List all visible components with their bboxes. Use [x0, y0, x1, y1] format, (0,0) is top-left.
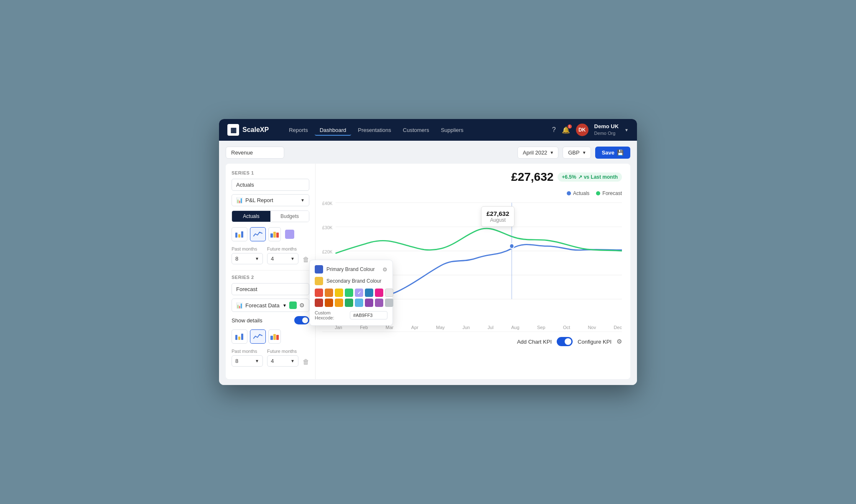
secondary-brand-label: Secondary Brand Colour	[326, 278, 381, 284]
color-dark-green[interactable]	[345, 299, 353, 307]
color-yellow[interactable]	[335, 289, 343, 297]
future-months-group: Future months 4 ▼	[267, 246, 298, 264]
color-grid	[315, 289, 387, 307]
series1-color-swatch[interactable]	[285, 230, 294, 239]
area-chart-button-s2[interactable]	[268, 329, 281, 344]
legend-actuals: Actuals	[567, 190, 589, 196]
kpi-row: £27,632 +6.5% ↗ vs Last month	[322, 170, 622, 184]
nav-customers[interactable]: Customers	[398, 124, 434, 136]
color-red[interactable]	[315, 289, 323, 297]
line-chart-button[interactable]	[250, 227, 266, 241]
add-kpi-toggle[interactable]	[557, 337, 573, 346]
past-months-group-s2: Past months 8 ▼	[232, 349, 263, 367]
save-button[interactable]: Save 💾	[595, 147, 630, 159]
secondary-brand-swatch	[315, 277, 323, 285]
chart-icon: 📊	[236, 302, 243, 309]
x-label-sep: Sep	[537, 325, 545, 330]
color-dark-orange[interactable]	[325, 299, 333, 307]
future-months-select-s2[interactable]: 4 ▼	[267, 355, 298, 367]
body-layout: Series 1 📊 P&L Report ▼ Actuals Budgets	[226, 164, 630, 379]
past-months-label-s2: Past months	[232, 349, 263, 354]
title-input[interactable]	[226, 147, 284, 159]
hex-row: Custom Hexcode:	[315, 310, 387, 320]
line-chart-icon	[253, 231, 262, 237]
configure-kpi-label: Configure KPI	[578, 339, 611, 345]
show-details-toggle[interactable]	[294, 316, 309, 324]
future-months-select[interactable]: 4 ▼	[267, 253, 298, 264]
notifications-button[interactable]: 🔔 1	[562, 126, 570, 134]
legend-dot-forecast	[596, 191, 600, 195]
past-months-value-s2: 8	[235, 358, 238, 364]
future-months-value-s2: 4	[271, 358, 274, 364]
nav-dashboard[interactable]: Dashboard	[315, 124, 352, 136]
past-months-value: 8	[235, 256, 238, 262]
series2-report-label: Forecast Data	[245, 302, 280, 309]
past-months-select[interactable]: 8 ▼	[232, 253, 263, 264]
color-orange[interactable]	[325, 289, 333, 297]
past-months-select-s2[interactable]: 8 ▼	[232, 355, 263, 367]
series2-report-select[interactable]: 📊 Forecast Data ▼ ⚙	[232, 299, 309, 312]
series1-delete-button[interactable]: 🗑	[303, 256, 309, 264]
area-chart-button[interactable]	[268, 227, 281, 241]
actuals-button[interactable]: Actuals	[232, 211, 270, 222]
past-months-group: Past months 8 ▼	[232, 246, 263, 264]
series2-name-input[interactable]	[232, 283, 309, 295]
kpi-badge: +6.5% ↗ vs Last month	[558, 172, 622, 182]
svg-rect-7	[238, 337, 240, 340]
svg-rect-3	[270, 233, 273, 238]
chart-type-row	[232, 227, 309, 241]
series2-label: Series 2	[232, 275, 309, 280]
help-icon[interactable]: ?	[552, 126, 556, 134]
chevron-down-icon[interactable]: ▼	[624, 128, 629, 132]
color-amber[interactable]	[335, 299, 343, 307]
configure-kpi-gear-icon[interactable]: ⚙	[617, 338, 622, 345]
series2-color-swatch[interactable]	[289, 301, 297, 309]
bar-chart-button-s2[interactable]	[232, 329, 247, 344]
primary-brand-option[interactable]: Primary Brand Colour ⚙	[315, 265, 387, 274]
settings-icon[interactable]: ⚙	[382, 266, 387, 273]
color-silver[interactable]	[385, 299, 393, 307]
budgets-button[interactable]: Budgets	[270, 211, 309, 222]
bar-chart-button[interactable]	[232, 227, 247, 241]
nav-suppliers[interactable]: Suppliers	[436, 124, 469, 136]
series1-report-select[interactable]: 📊 P&L Report ▼	[232, 194, 309, 206]
series2-delete-button[interactable]: 🗑	[303, 358, 309, 367]
future-months-value: 4	[271, 256, 274, 262]
color-dark-red[interactable]	[315, 299, 323, 307]
currency-selector[interactable]: GBP ▼	[563, 147, 591, 159]
primary-brand-swatch	[315, 265, 323, 274]
user-info: Demo UK Demo Org	[594, 123, 619, 136]
x-label-may: May	[436, 325, 445, 330]
save-label: Save	[602, 149, 614, 156]
date-label: April 2022	[523, 149, 548, 156]
x-label-apr: Apr	[411, 325, 418, 330]
svg-rect-10	[273, 334, 276, 340]
x-label-jul: Jul	[488, 325, 494, 330]
hex-input[interactable]	[350, 311, 387, 319]
date-selector[interactable]: April 2022 ▼	[517, 147, 558, 159]
future-months-group-s2: Future months 4 ▼	[267, 349, 298, 367]
color-violet[interactable]	[375, 299, 383, 307]
past-months-label: Past months	[232, 246, 263, 251]
color-pink[interactable]	[375, 289, 383, 297]
svg-text:£30K: £30K	[322, 225, 333, 230]
nav-reports[interactable]: Reports	[284, 124, 313, 136]
chart-legend: Actuals Forecast	[322, 190, 622, 196]
chevron-down-icon: ▼	[550, 150, 554, 155]
secondary-brand-option[interactable]: Secondary Brand Colour	[315, 277, 387, 285]
series1-report-label: P&L Report	[245, 197, 273, 203]
color-blue[interactable]	[365, 289, 373, 297]
color-sky-blue[interactable]	[355, 299, 363, 307]
primary-brand-label: Primary Brand Colour	[326, 266, 374, 272]
color-white[interactable]	[385, 289, 393, 297]
color-blue-light[interactable]	[355, 289, 363, 297]
line-chart-button-s2[interactable]	[250, 329, 266, 344]
settings-icon[interactable]: ⚙	[299, 302, 305, 309]
color-green[interactable]	[345, 289, 353, 297]
chevron-down-icon: ▼	[290, 256, 295, 261]
series1-name-input[interactable]	[232, 179, 309, 191]
user-name: Demo UK	[594, 123, 619, 130]
nav-presentations[interactable]: Presentations	[353, 124, 396, 136]
series1-label: Series 1	[232, 170, 309, 175]
color-purple[interactable]	[365, 299, 373, 307]
